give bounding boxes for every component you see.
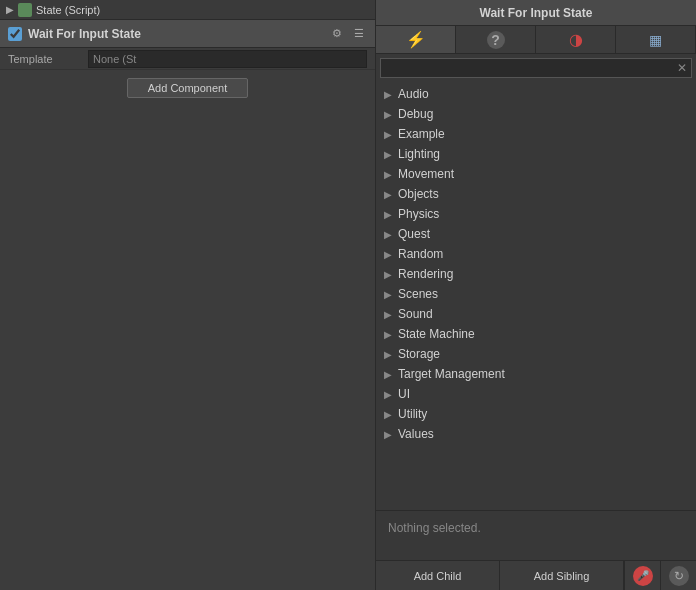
list-item-label: Rendering [398, 267, 453, 281]
search-clear-icon[interactable]: ✕ [677, 61, 687, 75]
list-item-label: Lighting [398, 147, 440, 161]
section-header: Wait For Input State ⚙ ☰ [0, 20, 375, 48]
refresh-icon: ↻ [669, 566, 689, 586]
search-input[interactable] [385, 62, 677, 74]
list-item-label: State Machine [398, 327, 475, 341]
list-item[interactable]: ▶ Audio [376, 84, 696, 104]
list-item-label: Target Management [398, 367, 505, 381]
popup-tabs: ⚡ ? ◑ ▦ [376, 26, 696, 54]
add-child-button[interactable]: Add Child [376, 561, 500, 590]
add-sibling-button[interactable]: Add Sibling [500, 561, 624, 590]
list-item-label: Physics [398, 207, 439, 221]
list-item-arrow: ▶ [384, 129, 394, 140]
list-item-label: Storage [398, 347, 440, 361]
list-item-label: Values [398, 427, 434, 441]
list-item-arrow: ▶ [384, 409, 394, 420]
tab-lightning[interactable]: ⚡ [376, 26, 456, 53]
list-item-label: Scenes [398, 287, 438, 301]
half-circle-icon: ◑ [569, 30, 583, 49]
list-item[interactable]: ▶ Movement [376, 164, 696, 184]
list-item[interactable]: ▶ Random [376, 244, 696, 264]
list-item[interactable]: ▶ UI [376, 384, 696, 404]
tab-grid[interactable]: ▦ [616, 26, 696, 53]
list-item-label: Sound [398, 307, 433, 321]
top-bar-arrow: ▶ [6, 4, 14, 15]
list-item[interactable]: ▶ Scenes [376, 284, 696, 304]
list-item[interactable]: ▶ Lighting [376, 144, 696, 164]
lightning-icon: ⚡ [406, 30, 426, 49]
section-checkbox[interactable] [8, 27, 22, 41]
list-item-arrow: ▶ [384, 349, 394, 360]
list-item[interactable]: ▶ Utility [376, 404, 696, 424]
list-item[interactable]: ▶ Quest [376, 224, 696, 244]
script-icon [18, 3, 32, 17]
list-item-label: UI [398, 387, 410, 401]
list-item-arrow: ▶ [384, 209, 394, 220]
list-item[interactable]: ▶ Values [376, 424, 696, 444]
question-icon: ? [487, 31, 505, 49]
mic-button[interactable]: 🎤 [624, 561, 660, 590]
list-item-arrow: ▶ [384, 169, 394, 180]
title-bar-text: State (Script) [36, 4, 100, 16]
list-item-arrow: ▶ [384, 309, 394, 320]
tab-question[interactable]: ? [456, 26, 536, 53]
mic-icon: 🎤 [633, 566, 653, 586]
list-item-arrow: ▶ [384, 189, 394, 200]
list-item-label: Audio [398, 87, 429, 101]
list-item-arrow: ▶ [384, 249, 394, 260]
list-item-label: Objects [398, 187, 439, 201]
list-item-arrow: ▶ [384, 329, 394, 340]
list-item-arrow: ▶ [384, 289, 394, 300]
template-value[interactable]: None (St [88, 50, 367, 68]
settings-icon[interactable]: ⚙ [329, 26, 345, 42]
add-component-row: Add Component [0, 70, 375, 106]
list-item-label: Random [398, 247, 443, 261]
search-bar: ✕ [380, 58, 692, 78]
list-item[interactable]: ▶ Objects [376, 184, 696, 204]
right-panel: Wait For Input State ⚡ ? ◑ ▦ ✕ ▶ Audio ▶… [375, 0, 696, 590]
list-item-arrow: ▶ [384, 109, 394, 120]
list-item-arrow: ▶ [384, 389, 394, 400]
list-item[interactable]: ▶ Physics [376, 204, 696, 224]
list-item-arrow: ▶ [384, 269, 394, 280]
template-label: Template [8, 53, 88, 65]
top-bar: ▶ State (Script) [0, 0, 375, 20]
template-row: Template None (St [0, 48, 375, 70]
refresh-button[interactable]: ↻ [660, 561, 696, 590]
list-item-arrow: ▶ [384, 149, 394, 160]
list-item-arrow: ▶ [384, 369, 394, 380]
list-item-label: Utility [398, 407, 427, 421]
add-component-button[interactable]: Add Component [127, 78, 249, 98]
list-item[interactable]: ▶ Debug [376, 104, 696, 124]
list-item-arrow: ▶ [384, 229, 394, 240]
list-item[interactable]: ▶ Sound [376, 304, 696, 324]
popup-title-bar: Wait For Input State [376, 0, 696, 26]
left-panel: ▶ State (Script) Wait For Input State ⚙ … [0, 0, 375, 590]
section-title: Wait For Input State [28, 27, 329, 41]
list-item-label: Quest [398, 227, 430, 241]
list-item[interactable]: ▶ Example [376, 124, 696, 144]
list-item-arrow: ▶ [384, 429, 394, 440]
list-item-label: Movement [398, 167, 454, 181]
list-item[interactable]: ▶ Target Management [376, 364, 696, 384]
menu-icon[interactable]: ☰ [351, 26, 367, 42]
nothing-selected-text: Nothing selected. [376, 510, 696, 560]
list-item[interactable]: ▶ State Machine [376, 324, 696, 344]
list-item-label: Example [398, 127, 445, 141]
grid-icon: ▦ [649, 32, 662, 48]
section-icons: ⚙ ☰ [329, 26, 367, 42]
popup-footer: Add Child Add Sibling 🎤 ↻ [376, 560, 696, 590]
tab-circle[interactable]: ◑ [536, 26, 616, 53]
list-item-arrow: ▶ [384, 89, 394, 100]
list-item-label: Debug [398, 107, 433, 121]
list-item[interactable]: ▶ Rendering [376, 264, 696, 284]
popup-title: Wait For Input State [480, 6, 593, 20]
list-container: ▶ Audio ▶ Debug ▶ Example ▶ Lighting ▶ M… [376, 82, 696, 510]
list-item[interactable]: ▶ Storage [376, 344, 696, 364]
